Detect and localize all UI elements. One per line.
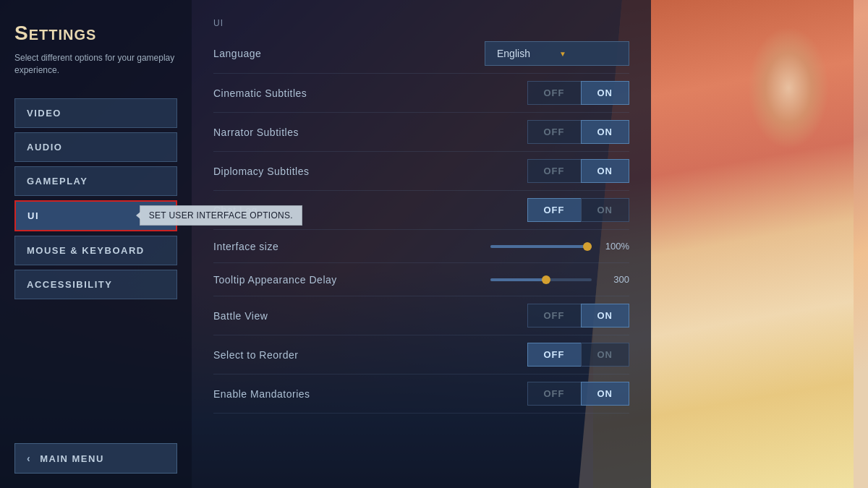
diplomacy-subtitles-toggle: OFF ON (527, 159, 630, 183)
language-control: English ▼ (485, 41, 629, 66)
settings-row-language: Language English ▼ (213, 34, 629, 74)
back-arrow-icon: ‹ (27, 453, 31, 464)
narrator-subtitles-on[interactable]: ON (581, 120, 630, 144)
select-reorder-label: Select to Reorder (213, 349, 298, 361)
main-menu-button[interactable]: ‹ MAIN MENU (14, 443, 177, 474)
enable-mandatories-label: Enable Mandatories (213, 388, 310, 400)
battle-view-label: Battle View (213, 310, 268, 322)
narrator-subtitles-toggle: OFF ON (527, 120, 630, 144)
settings-title: Settings (14, 22, 177, 45)
battle-view-toggle: OFF ON (527, 304, 630, 328)
tooltip-delay-thumb[interactable] (542, 275, 550, 284)
settings-panel: Settings Select different options for yo… (0, 0, 651, 488)
section-label: UI (213, 18, 629, 28)
chat-log-on[interactable]: ON (581, 198, 630, 222)
tooltip-bubble: Set user interface options. (140, 205, 302, 226)
settings-row-tooltip-delay: Tooltip Appearance Delay 300 (213, 263, 629, 296)
diplomacy-subtitles-on[interactable]: ON (581, 159, 630, 183)
diplomacy-subtitles-off[interactable]: OFF (527, 159, 581, 183)
sidebar-item-video[interactable]: VIDEO (14, 98, 177, 128)
enable-mandatories-toggle: OFF ON (527, 382, 630, 406)
settings-row-enable-mandatories: Enable Mandatories OFF ON (213, 374, 629, 414)
main-content: UI Language English ▼ Cinematic Subtitle… (192, 0, 651, 488)
settings-row-cinematic-subtitles: Cinematic Subtitles OFF ON (213, 74, 629, 113)
nav-buttons: VIDEO AUDIO GAMEPLAY UI Set user interfa… (14, 98, 177, 299)
select-reorder-toggle: OFF ON (527, 343, 630, 367)
tooltip-delay-label: Tooltip Appearance Delay (213, 274, 337, 286)
tooltip-delay-fill (490, 278, 546, 281)
battle-view-off[interactable]: OFF (527, 304, 581, 328)
interface-size-fill (490, 245, 592, 248)
sidebar-item-gameplay[interactable]: GAMEPLAY (14, 166, 177, 196)
select-reorder-on[interactable]: ON (581, 343, 630, 367)
tooltip-delay-value: 300 (600, 274, 629, 285)
select-reorder-off[interactable]: OFF (527, 343, 581, 367)
sidebar: Settings Select different options for yo… (0, 0, 192, 488)
enable-mandatories-off[interactable]: OFF (527, 382, 581, 406)
interface-size-thumb[interactable] (583, 242, 592, 251)
chat-log-off[interactable]: OFF (527, 198, 581, 222)
enable-mandatories-on[interactable]: ON (581, 382, 630, 406)
settings-row-battle-view: Battle View OFF ON (213, 296, 629, 335)
interface-size-slider-container: 100% (490, 241, 629, 252)
settings-row-interface-size: Interface size 100% (213, 230, 629, 263)
cinematic-subtitles-toggle: OFF ON (527, 81, 630, 105)
sidebar-item-audio[interactable]: AUDIO (14, 132, 177, 162)
tooltip-delay-slider-container: 300 (490, 274, 629, 285)
narrator-subtitles-label: Narrator Subtitles (213, 127, 299, 138)
tooltip-delay-track[interactable] (490, 278, 592, 281)
sidebar-item-ui[interactable]: UI Set user interface options. (14, 200, 177, 231)
dropdown-arrow-icon: ▼ (559, 50, 566, 58)
interface-size-track[interactable] (490, 245, 592, 248)
cinematic-subtitles-on[interactable]: ON (581, 81, 630, 105)
settings-row-diplomacy-subtitles: Diplomacy Subtitles OFF ON (213, 152, 629, 191)
battle-view-on[interactable]: ON (581, 304, 630, 328)
diplomacy-subtitles-label: Diplomacy Subtitles (213, 166, 309, 177)
narrator-subtitles-off[interactable]: OFF (527, 120, 581, 144)
sidebar-item-mouse-keyboard[interactable]: MOUSE & KEYBOARD (14, 236, 177, 265)
settings-subtitle: Select different options for your gamepl… (14, 52, 177, 77)
cinematic-subtitles-label: Cinematic Subtitles (213, 87, 307, 99)
cinematic-subtitles-off[interactable]: OFF (527, 81, 581, 105)
interface-size-value: 100% (600, 241, 629, 252)
chat-log-toggle: OFF ON (527, 198, 630, 222)
language-dropdown[interactable]: English ▼ (485, 41, 629, 66)
settings-row-narrator-subtitles: Narrator Subtitles OFF ON (213, 113, 629, 152)
language-label: Language (213, 48, 261, 59)
interface-size-label: Interface size (213, 241, 278, 252)
sidebar-item-accessibility[interactable]: ACCESSIBILITY (14, 270, 177, 299)
settings-row-select-reorder: Select to Reorder OFF ON (213, 335, 629, 374)
